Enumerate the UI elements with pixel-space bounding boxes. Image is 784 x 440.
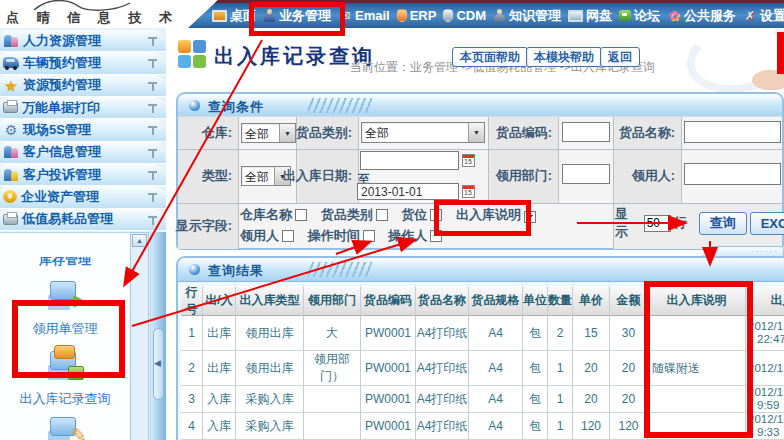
chevron-down-icon[interactable]: ▼ xyxy=(468,123,484,142)
dept-input[interactable] xyxy=(562,164,610,184)
checkbox-icon[interactable] xyxy=(430,230,442,242)
nav-item-label: 桌面 xyxy=(230,7,256,25)
nav-item-知识管理[interactable]: 知识管理 xyxy=(493,5,561,26)
nav-item-网盘[interactable]: 网盘 xyxy=(568,5,612,26)
sidebar-item-label: 企业资产管理 xyxy=(21,188,99,206)
sidebar-item-车辆预约管理[interactable]: 车辆预约管理 xyxy=(0,52,166,74)
checkbox-icon[interactable] xyxy=(295,209,307,221)
sidebar-item-低值易耗品管理[interactable]: 低值易耗品管理 xyxy=(0,209,166,231)
rows-count-input[interactable] xyxy=(644,215,671,232)
pin-icon[interactable] xyxy=(148,192,157,202)
person-input[interactable] xyxy=(684,163,781,185)
table-cell: 20 xyxy=(573,386,610,413)
results-table: 行号出/入出入库类型领用部门货品编码货品名称货品规格单位数量单价金额出入库说明出… xyxy=(181,286,784,440)
checkbox-icon[interactable] xyxy=(363,230,375,242)
back-button[interactable]: 返回 xyxy=(600,47,640,67)
pin-icon[interactable] xyxy=(148,125,157,135)
item-name-input[interactable] xyxy=(684,121,781,143)
module-blocks-icon xyxy=(178,40,191,53)
table-cell: 120 xyxy=(573,413,610,440)
sidebar-item-客户投诉管理[interactable]: 客户投诉管理 xyxy=(0,164,166,186)
nav-item-桌面[interactable]: 桌面 xyxy=(212,5,256,26)
pin-icon[interactable] xyxy=(148,58,157,68)
pin-icon[interactable] xyxy=(148,103,157,113)
scroll-up-icon[interactable]: ▲ xyxy=(132,234,147,247)
dept-label: 领用部门: xyxy=(488,149,556,203)
category-label: 货品类别: xyxy=(296,117,356,149)
table-cell: 领用部门） xyxy=(304,351,361,386)
car-icon xyxy=(3,57,19,68)
display-field-操作时间: 操作时间 xyxy=(308,228,375,243)
table-cell: 入库 xyxy=(203,386,236,413)
nav-item-业务管理[interactable]: 业务管理 xyxy=(263,5,331,26)
checkbox-icon[interactable] xyxy=(282,230,294,242)
sidebar: 人力资源管理车辆预约管理★资源预约管理万能单据打印⚙现场5S管理客户信息管理客户… xyxy=(0,28,166,440)
pin-icon[interactable] xyxy=(148,148,157,158)
submenu-item-出入库记录查询[interactable]: 出入库记录查询 xyxy=(0,345,130,408)
warehouse-select[interactable]: 全部 ▼ xyxy=(241,123,296,143)
checkbox-icon[interactable] xyxy=(430,209,442,221)
checkbox-icon[interactable] xyxy=(376,209,388,221)
flower-icon: ✿ xyxy=(667,9,681,22)
page-help-button[interactable]: 本页面帮助 xyxy=(452,47,528,67)
column-header-领用部门: 领用部门 xyxy=(304,286,361,316)
nav-item-label: ERP xyxy=(410,8,437,23)
table-row: 2出库领用出库领用部门）PW0001A4打印纸A4包12020随碟附送2012/… xyxy=(181,351,784,386)
nav-item-label: 公共服务 xyxy=(684,7,736,25)
pin-icon[interactable] xyxy=(148,81,157,91)
sidebar-item-label: 资源预约管理 xyxy=(23,76,101,94)
submenu-scrollbar[interactable]: ▲ ▼ xyxy=(130,232,149,440)
pin-icon[interactable] xyxy=(148,170,157,180)
table-row: 1出库领用出库大PW0001A4打印纸A4包215302012/122:47 xyxy=(181,316,784,351)
pin-icon[interactable] xyxy=(148,36,157,46)
search-button[interactable]: 查询 xyxy=(699,212,747,235)
submenu-item-label: 领用单管理 xyxy=(0,320,130,338)
submenu-item-基础资料维护[interactable]: 基础资料维护 xyxy=(0,411,130,440)
nav-item-CDM[interactable]: CDM xyxy=(443,5,486,26)
excel-export-button[interactable]: EXCEL xyxy=(750,212,784,235)
sidebar-item-label: 客户信息管理 xyxy=(23,143,101,161)
table-cell xyxy=(304,386,361,413)
column-header-出入库时间: 出入库时间 xyxy=(746,286,784,316)
nav-item-Email[interactable]: ✉Email xyxy=(338,5,390,26)
date-to-input[interactable] xyxy=(357,183,459,200)
sidebar-item-label: 现场5S管理 xyxy=(23,121,91,139)
table-cell: A4打印纸 xyxy=(416,413,469,440)
nav-item-公共服务[interactable]: ✿公共服务 xyxy=(667,5,736,26)
sidebar-splitter[interactable]: ◀ xyxy=(150,232,166,440)
sidebar-item-万能单据打印[interactable]: 万能单据打印 xyxy=(0,97,166,119)
printer-icon xyxy=(3,102,18,113)
module-help-button[interactable]: 本模块帮助 xyxy=(526,47,602,67)
chevron-down-icon[interactable]: ▼ xyxy=(279,124,295,142)
sidebar-item-企业资产管理[interactable]: ¥企业资产管理 xyxy=(0,186,166,208)
type-value: 全部 xyxy=(242,167,274,185)
item-code-input[interactable] xyxy=(562,122,610,142)
nav-item-论坛[interactable]: 论坛 xyxy=(619,5,660,26)
submenu-group-label: 库存管理 xyxy=(0,257,130,269)
category-select[interactable]: 全部 ▼ xyxy=(361,122,485,143)
results-panel-header: 查询结果 xyxy=(178,258,784,282)
nav-item-ERP[interactable]: ERP xyxy=(397,5,437,26)
pin-icon[interactable] xyxy=(148,215,157,225)
calendar-icon[interactable] xyxy=(462,154,475,167)
table-cell: 20 xyxy=(573,351,610,386)
blocks-pencil-icon xyxy=(43,411,87,440)
checkbox-checked-icon[interactable]: ✔ xyxy=(524,211,536,223)
sidebar-menu: 人力资源管理车辆预约管理★资源预约管理万能单据打印⚙现场5S管理客户信息管理客户… xyxy=(0,30,166,231)
submenu-item-领用单管理[interactable]: 领用单管理 xyxy=(0,275,130,338)
table-cell: A4打印纸 xyxy=(416,386,469,413)
time-line: 22:47 xyxy=(748,333,784,346)
query-panel-header: 查询条件 xyxy=(178,94,782,118)
nav-item-label: CDM xyxy=(456,8,486,23)
sidebar-item-客户信息管理[interactable]: 客户信息管理 xyxy=(0,142,166,164)
warehouse-label: 仓库: xyxy=(178,117,236,149)
sidebar-item-现场5S管理[interactable]: ⚙现场5S管理 xyxy=(0,119,166,141)
calendar-icon[interactable] xyxy=(462,185,475,198)
sidebar-item-人力资源管理[interactable]: 人力资源管理 xyxy=(0,30,166,52)
date-from-input[interactable] xyxy=(360,151,459,170)
collapse-left-icon[interactable]: ◀ xyxy=(154,358,161,368)
warehouse-value: 全部 xyxy=(242,124,279,142)
blocks-orange-icon xyxy=(43,345,87,383)
blocks-arrow-icon xyxy=(43,275,87,313)
sidebar-item-资源预约管理[interactable]: ★资源预约管理 xyxy=(0,75,166,97)
